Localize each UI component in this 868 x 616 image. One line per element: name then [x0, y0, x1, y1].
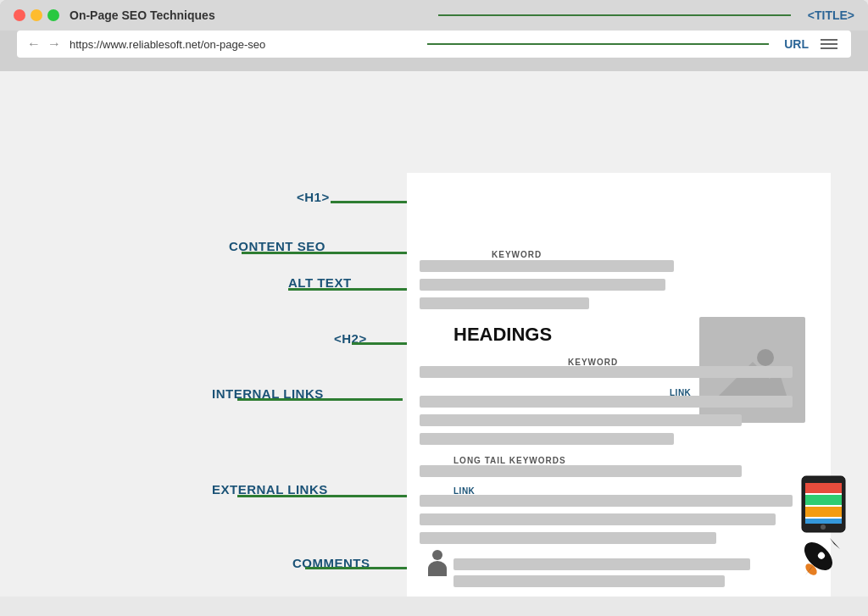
comment-avatar-body: [428, 561, 447, 576]
close-button[interactable]: [14, 9, 25, 21]
internal-links-connector: [237, 398, 403, 401]
comment-bar-2: [453, 575, 725, 587]
title-bar: On-Page SEO Techniques <TITLE>: [0, 0, 868, 31]
alt-text-connector: [288, 288, 415, 291]
content-bar-5: [420, 433, 674, 445]
svg-point-0: [757, 349, 774, 366]
title-tag-label: <TITLE>: [808, 8, 854, 22]
content-bar-7: [420, 532, 716, 544]
nav-arrows: ← →: [27, 36, 61, 52]
comment-avatar-head: [432, 550, 442, 560]
traffic-lights: [14, 9, 59, 21]
content-bar-3: [420, 297, 589, 309]
maximize-button[interactable]: [47, 9, 59, 21]
headings-text: HEADINGS: [453, 324, 552, 346]
rocket-icon: [796, 534, 847, 588]
url-display: https://www.reliablesoft.net/on-page-seo: [70, 38, 412, 51]
svg-rect-6: [805, 507, 842, 517]
title-connector-line: [438, 14, 790, 16]
h1-connector: [331, 201, 407, 203]
link-bar-2: [420, 495, 793, 507]
svg-rect-5: [805, 495, 842, 505]
svg-rect-4: [805, 483, 842, 493]
content-bar-1: [420, 260, 674, 272]
main-content: POST TITLE <H1> CONTENT SEO ALT TEXT <H2…: [0, 71, 868, 597]
comments-connector: [305, 567, 424, 569]
h1-label: <H1>: [297, 190, 330, 204]
address-bar[interactable]: ← → https://www.reliablesoft.net/on-page…: [17, 31, 851, 58]
forward-button[interactable]: →: [47, 36, 61, 52]
browser-title: On-Page SEO Techniques: [70, 8, 421, 22]
comment-bar-1: [453, 558, 750, 570]
menu-button[interactable]: [817, 36, 841, 53]
svg-marker-10: [830, 538, 840, 549]
mobile-icon: [800, 474, 847, 537]
document-area: KEYWORD HEADINGS KEYWORD LINK LONG TAIL …: [407, 173, 831, 597]
long-tail-bar: [420, 465, 742, 477]
url-label: URL: [784, 37, 809, 51]
keyword-1-text: KEYWORD: [492, 250, 542, 259]
content-bar-6: [420, 513, 776, 525]
long-tail-text: LONG TAIL KEYWORDS: [453, 456, 566, 465]
content-bar-2: [420, 279, 665, 291]
link-bar-1: [420, 396, 793, 408]
content-bar-4: [420, 414, 742, 426]
svg-rect-7: [805, 519, 842, 524]
browser-window: On-Page SEO Techniques <TITLE> ← → https…: [0, 0, 868, 71]
external-links-connector: [237, 495, 420, 497]
heading-bar-1: [420, 366, 793, 378]
url-connector-line: [427, 43, 770, 45]
h2-connector: [352, 342, 415, 345]
svg-point-8: [821, 524, 826, 530]
back-button[interactable]: ←: [27, 36, 41, 52]
content-seo-connector: [242, 252, 411, 254]
minimize-button[interactable]: [31, 9, 42, 21]
